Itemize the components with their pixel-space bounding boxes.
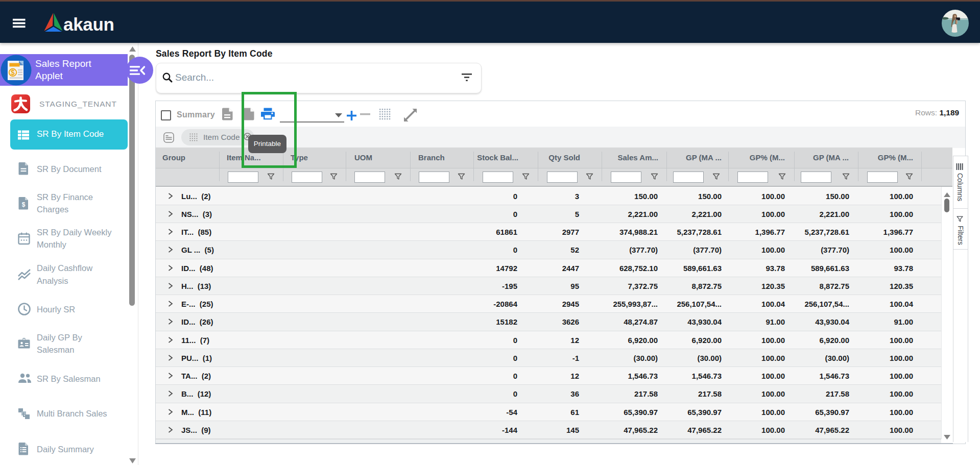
svg-text:$: $ bbox=[11, 68, 15, 77]
svg-text:$: $ bbox=[22, 201, 26, 208]
